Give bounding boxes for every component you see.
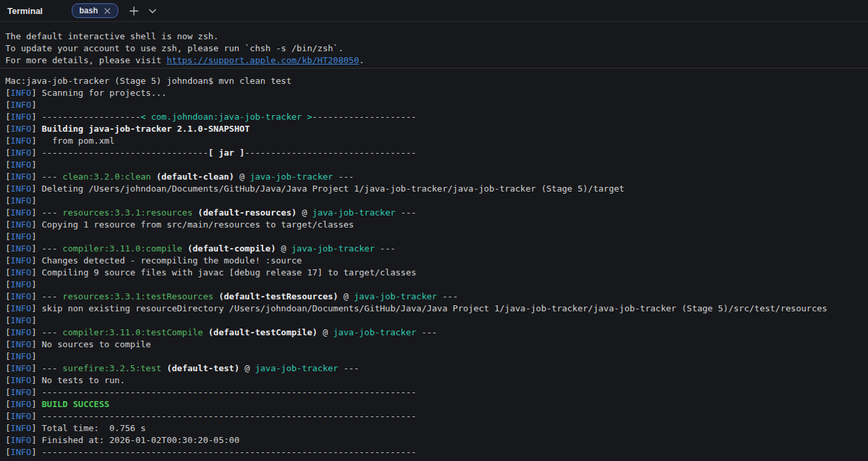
terminal-text-segment: [: [5, 435, 11, 445]
terminal-tab-bash[interactable]: bash: [72, 3, 118, 18]
terminal-text-segment: ]: [31, 375, 42, 385]
terminal-text-segment: java-job-tracker: [250, 172, 333, 182]
terminal-line: [INFO]: [5, 195, 868, 207]
terminal-text-segment: [: [5, 100, 11, 110]
terminal-text-segment: [: [5, 208, 11, 218]
terminal-text-segment: (default-testCompile): [208, 327, 317, 337]
terminal-text-segment: INFO: [11, 100, 31, 110]
close-icon[interactable]: [104, 7, 111, 15]
plus-icon[interactable]: [129, 6, 139, 16]
terminal-text-segment: -------------------: [42, 112, 141, 122]
terminal-text-segment: [: [5, 124, 11, 134]
terminal-text-segment: resources:3.3.1:testResources: [62, 291, 213, 301]
terminal-text-segment: (default-compile): [187, 243, 276, 253]
terminal-text-segment: ---: [42, 363, 62, 373]
terminal-text-segment: [: [5, 327, 11, 337]
terminal-text-segment: INFO: [11, 124, 31, 134]
terminal-text-segment: ]: [31, 327, 42, 337]
terminal-line: [INFO] --- resources:3.3.1:resources (de…: [5, 207, 868, 219]
terminal-text-segment: (default-test): [167, 363, 240, 373]
terminal-text-segment: compiler:3.11.0:testCompile: [62, 327, 203, 337]
panel-title: Terminal: [7, 6, 43, 16]
terminal-text-segment: Copying 1 resource from src/main/resourc…: [42, 220, 354, 230]
terminal-text-segment: --------------------: [312, 112, 417, 122]
terminal-text-segment: INFO: [11, 327, 31, 337]
terminal-line: [INFO] --- clean:3.2.0:clean (default-cl…: [5, 171, 868, 183]
terminal-text-segment: ---: [333, 172, 354, 182]
terminal-line: [INFO] Copying 1 resource from src/main/…: [5, 219, 868, 231]
terminal-text-segment: INFO: [11, 243, 31, 253]
terminal-text-segment: [: [5, 447, 11, 457]
terminal-line: [INFO]: [5, 279, 868, 291]
terminal-text-segment: [182, 243, 187, 253]
terminal-text-segment: @: [318, 327, 333, 337]
terminal-line: [INFO] ---------------------------------…: [5, 410, 868, 422]
terminal-text-segment: clean:3.2.0:clean: [62, 172, 151, 182]
terminal-line: [INFO] Compiling 9 source files with jav…: [5, 267, 868, 279]
terminal-text-segment: No sources to compile: [42, 339, 151, 349]
terminal-text-segment: Compiling 9 source files with javac [deb…: [42, 267, 417, 277]
terminal-line: [INFO] Changes detected - recompiling th…: [5, 255, 868, 267]
terminal-line: [INFO] Deleting /Users/johndoan/Document…: [5, 183, 868, 195]
terminal-text-segment: ]: [31, 303, 42, 313]
terminal-text-segment: java-job-tracker: [333, 327, 416, 337]
terminal-line: [INFO] --------------------------------[…: [5, 147, 868, 159]
terminal-line: [INFO] --- compiler:3.11.0:compile (defa…: [5, 243, 868, 255]
terminal-text-segment: [: [5, 112, 11, 122]
terminal-text-segment: ----------------------------------------…: [42, 387, 417, 397]
chevron-down-icon[interactable]: [148, 8, 157, 14]
terminal-text-segment: java-job-tracker: [292, 243, 375, 253]
terminal-link[interactable]: https://support.apple.com/kb/HT208050: [167, 55, 360, 65]
terminal-line: [INFO] -------------------< com.johndoan…: [5, 111, 868, 123]
terminal-text-segment: ]: [31, 220, 42, 230]
terminal-text-segment: INFO: [11, 351, 31, 361]
terminal-text-segment: ---: [42, 291, 62, 301]
terminal-text-segment: INFO: [11, 136, 31, 146]
terminal-line: [INFO]: [5, 315, 868, 327]
terminal-text-segment: from pom.xml: [42, 136, 115, 146]
terminal-text-segment: ---: [338, 363, 359, 373]
terminal-text-segment: ]: [31, 196, 42, 206]
terminal-line: [INFO]: [5, 231, 868, 243]
terminal-line: [INFO] No tests to run.: [5, 375, 868, 386]
terminal-line: [INFO] --- compiler:3.11.0:testCompile (…: [5, 327, 868, 339]
terminal-text-segment: Deleting /Users/johndoan/Documents/GitHu…: [42, 184, 625, 194]
terminal-text-segment: @: [276, 243, 291, 253]
terminal-line: [INFO] skip non existing resourceDirecto…: [5, 303, 868, 315]
terminal-text-segment: [: [5, 315, 11, 325]
terminal-text-segment: [: [5, 231, 11, 241]
terminal-text-segment: [: [5, 267, 11, 277]
terminal-text-segment: INFO: [11, 279, 31, 289]
terminal-text-segment: INFO: [11, 375, 31, 385]
terminal-text-segment: ----------------------------------------…: [42, 411, 417, 421]
terminal-text-segment: ]: [31, 435, 42, 445]
terminal-text-segment: INFO: [11, 399, 31, 409]
terminal-line: [INFO] Finished at: 2026-01-02T00:30:20-…: [5, 434, 868, 446]
terminal-text-segment: ]: [31, 124, 42, 134]
terminal-text-segment: [: [5, 148, 11, 158]
terminal-text-segment: surefire:3.2.5:test: [62, 363, 162, 373]
terminal-line: [INFO]: [5, 159, 868, 171]
terminal-text-segment: ]: [31, 411, 42, 421]
terminal-text-segment: ---: [42, 208, 62, 218]
terminal-text-segment: BUILD SUCCESS: [42, 399, 110, 409]
terminal-line: [INFO] --- surefire:3.2.5:test (default-…: [5, 363, 868, 375]
terminal-text-segment: ]: [31, 315, 42, 325]
terminal-text-segment: [: [5, 255, 11, 265]
terminal-text-segment: ]: [31, 423, 42, 433]
terminal-text-segment: No tests to run.: [42, 375, 125, 385]
terminal-text-segment: ----------------------------------------…: [42, 447, 417, 457]
terminal-text-segment: [: [5, 387, 11, 397]
terminal-text-segment: ]: [31, 447, 42, 457]
terminal-text-segment: ---: [416, 327, 437, 337]
terminal-text-segment: ]: [31, 387, 42, 397]
terminal-text-segment: INFO: [11, 363, 31, 373]
terminal-text-segment: ]: [31, 255, 42, 265]
terminal-text-segment: INFO: [11, 303, 31, 313]
terminal-text-segment: [: [5, 339, 11, 349]
terminal-text-segment: ]: [31, 291, 42, 301]
terminal-output[interactable]: The default interactive shell is now zsh…: [0, 22, 868, 458]
terminal-text-segment: INFO: [11, 267, 31, 277]
terminal-line: [INFO] Building java-job-tracker 2.1.0-S…: [5, 123, 868, 135]
terminal-text-segment: To update your account to use zsh, pleas…: [5, 43, 344, 53]
